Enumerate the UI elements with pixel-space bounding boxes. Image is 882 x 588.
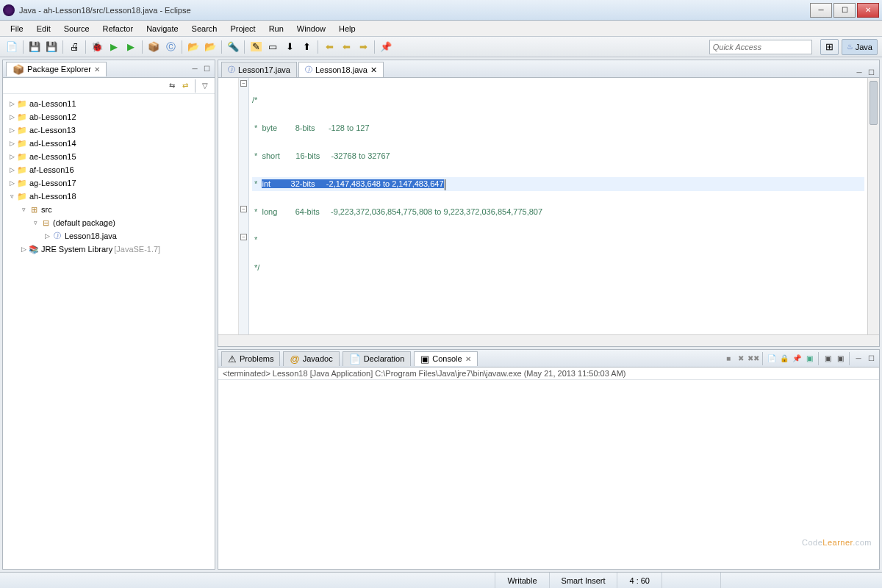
- menu-search[interactable]: Search: [186, 23, 223, 35]
- save-all-button[interactable]: 💾: [44, 40, 59, 54]
- annotation-button[interactable]: ▭: [265, 40, 280, 54]
- new-button[interactable]: 📄: [4, 40, 19, 54]
- forward-button[interactable]: ➡: [356, 40, 370, 54]
- tree-item-jre[interactable]: ▷📚JRE System Library[JavaSE-1.7]: [4, 243, 213, 256]
- tree-item-project[interactable]: ▷📁ae-Lesson15: [4, 150, 213, 163]
- remove-all-button[interactable]: ✖✖: [748, 354, 759, 364]
- scroll-lock-button[interactable]: 🔒: [779, 354, 789, 364]
- menu-navigate[interactable]: Navigate: [140, 23, 184, 35]
- new-console-button[interactable]: ▣: [835, 354, 845, 364]
- close-icon[interactable]: ✕: [94, 65, 100, 74]
- save-button[interactable]: 💾: [27, 40, 42, 54]
- workspace: 📦 Package Explorer ✕ ─ ☐ ⇆ ⇄ ▽ ▷📁aa-Less…: [0, 57, 882, 572]
- console-status-line: <terminated> Lesson18 [Java Application]…: [218, 368, 879, 380]
- menu-source[interactable]: Source: [58, 23, 96, 35]
- clear-console-button[interactable]: 📄: [767, 354, 777, 364]
- menu-refactor[interactable]: Refactor: [97, 23, 140, 35]
- tree-item-project-expanded[interactable]: ▿📁ah-Lesson18: [4, 190, 213, 203]
- problems-icon: ⚠: [228, 354, 237, 364]
- menu-edit[interactable]: Edit: [31, 23, 57, 35]
- toggle-mark-button[interactable]: ✎: [248, 40, 263, 54]
- status-cursor-position: 4 : 60: [617, 573, 662, 588]
- open-task-button[interactable]: 📂: [203, 40, 218, 54]
- tree-item-project[interactable]: ▷📁ad-Lesson14: [4, 137, 213, 150]
- package-explorer-tab[interactable]: 📦 Package Explorer ✕: [6, 62, 107, 76]
- tree-item-project[interactable]: ▷📁ac-Lesson13: [4, 123, 213, 137]
- remove-launch-button[interactable]: ✖: [736, 354, 746, 364]
- code-editor[interactable]: /* * byte 8-bits -128 to 127 * short 16-…: [249, 78, 867, 334]
- console-icon: ▣: [420, 354, 429, 364]
- close-icon[interactable]: ✕: [370, 65, 377, 75]
- tree-item-project[interactable]: ▷📁ab-Lesson12: [4, 110, 213, 123]
- declaration-tab[interactable]: 📄Declaration: [343, 351, 412, 366]
- terminate-button[interactable]: ■: [723, 354, 734, 364]
- editor-vertical-scroll[interactable]: [867, 78, 879, 334]
- next-annotation-button[interactable]: ⬇: [282, 40, 297, 54]
- run-last-button[interactable]: ▶: [123, 40, 138, 54]
- minimize-view-button[interactable]: ─: [190, 64, 200, 74]
- maximize-view-button[interactable]: ☐: [201, 64, 212, 74]
- link-editor-button[interactable]: ⇄: [180, 81, 190, 91]
- back-button[interactable]: ⬅: [339, 40, 354, 54]
- menu-file[interactable]: File: [4, 23, 29, 35]
- menu-window[interactable]: Window: [291, 23, 331, 35]
- status-writable: Writable: [495, 573, 548, 588]
- maximize-view-button[interactable]: ☐: [866, 67, 876, 77]
- tree-item-project[interactable]: ▷📁af-Lesson16: [4, 163, 213, 176]
- fold-toggle[interactable]: −: [240, 206, 247, 212]
- editor-tab-label: Lesson18.java: [315, 65, 368, 74]
- quick-access-input[interactable]: [709, 40, 812, 54]
- pin-button[interactable]: 📌: [379, 40, 393, 54]
- window-title: Java - ah-Lesson18/src/Lesson18.java - E…: [19, 6, 810, 15]
- fold-toggle[interactable]: −: [240, 80, 247, 87]
- editor-fold-gutter[interactable]: − − −: [239, 78, 249, 334]
- console-output[interactable]: CodeLearner.com: [218, 380, 879, 569]
- search-button[interactable]: 🔦: [226, 40, 240, 54]
- open-perspective-button[interactable]: ⊞: [820, 39, 839, 55]
- editor-horizontal-scroll[interactable]: [218, 334, 879, 346]
- new-class-button[interactable]: Ⓒ: [163, 40, 178, 54]
- java-file-icon: Ⓙ: [305, 65, 312, 75]
- tree-item-project[interactable]: ▷📁ag-Lesson17: [4, 176, 213, 190]
- status-empty: [662, 573, 720, 588]
- maximize-button[interactable]: ☐: [833, 3, 856, 18]
- tree-item-package[interactable]: ▿⊟(default package): [4, 216, 213, 229]
- close-icon[interactable]: ✕: [465, 355, 471, 363]
- open-type-button[interactable]: 📂: [186, 40, 201, 54]
- debug-button[interactable]: 🐞: [90, 40, 104, 54]
- pin-console-button[interactable]: 📌: [792, 354, 802, 364]
- package-explorer-label: Package Explorer: [27, 65, 91, 74]
- tree-item-project[interactable]: ▷📁aa-Lesson11: [4, 97, 213, 110]
- maximize-view-button[interactable]: ☐: [866, 354, 876, 364]
- eclipse-icon: [3, 4, 15, 16]
- minimize-view-button[interactable]: ─: [854, 67, 864, 77]
- minimize-view-button[interactable]: ─: [853, 354, 864, 364]
- minimize-button[interactable]: ─: [810, 3, 832, 18]
- project-tree[interactable]: ▷📁aa-Lesson11 ▷📁ab-Lesson12 ▷📁ac-Lesson1…: [3, 94, 215, 569]
- tree-item-file[interactable]: ▷ⒿLesson18.java: [4, 229, 213, 243]
- open-console-button[interactable]: ▣: [822, 354, 833, 364]
- menu-help[interactable]: Help: [333, 23, 362, 35]
- display-selected-button[interactable]: ▣: [804, 354, 814, 364]
- javadoc-tab[interactable]: @Javadoc: [283, 351, 339, 366]
- prev-annotation-button[interactable]: ⬆: [299, 40, 314, 54]
- java-perspective-button[interactable]: ♨Java: [842, 39, 878, 55]
- new-package-button[interactable]: 📦: [146, 40, 161, 54]
- tree-item-src[interactable]: ▿⊞src: [4, 203, 213, 216]
- close-button[interactable]: ✕: [857, 3, 879, 18]
- menu-project[interactable]: Project: [224, 23, 261, 35]
- problems-tab[interactable]: ⚠Problems: [221, 351, 280, 366]
- main-toolbar: 📄 💾 💾 🖨 🐞 ▶ ▶ 📦 Ⓒ 📂 📂 🔦 ✎ ▭ ⬇ ⬆ ⬅ ⬅ ➡ 📌 …: [0, 37, 882, 57]
- editor-tab-inactive[interactable]: Ⓙ Lesson17.java: [221, 62, 297, 77]
- print-button[interactable]: 🖨: [67, 40, 82, 54]
- fold-toggle[interactable]: −: [240, 234, 247, 240]
- last-edit-button[interactable]: ⬅: [322, 40, 337, 54]
- console-tab[interactable]: ▣Console✕: [414, 351, 477, 366]
- collapse-all-button[interactable]: ⇆: [167, 81, 177, 91]
- view-menu-button[interactable]: ▽: [200, 81, 210, 91]
- menu-run[interactable]: Run: [263, 23, 290, 35]
- editor-area: Ⓙ Lesson17.java Ⓙ Lesson18.java ✕ ─ ☐ − …: [218, 60, 880, 347]
- run-button[interactable]: ▶: [107, 40, 121, 54]
- editor-tab-active[interactable]: Ⓙ Lesson18.java ✕: [298, 62, 384, 77]
- editor-line-gutter[interactable]: [218, 78, 239, 334]
